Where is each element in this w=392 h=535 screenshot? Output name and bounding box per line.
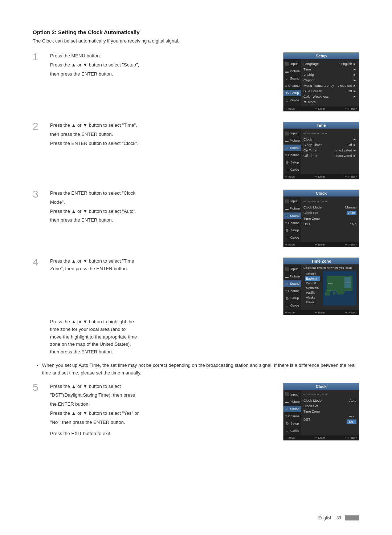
sound-icon: ♪ — [285, 76, 289, 81]
step-1-number: 1 — [33, 52, 43, 63]
menu-clockmode: Clock Mode Manual — [303, 204, 356, 210]
sidebar-channel-3: ≡ Channel — [283, 220, 301, 226]
dst-options: Yes No — [347, 415, 356, 424]
tv-screen-4: Time Zone ⬛ Input ▬ Picture — [283, 258, 359, 315]
tv-screen-5: Clock ⬛ Input ▬ Picture ♪ Sound — [283, 383, 359, 441]
tv-sidebar-4: ⬛ Input ▬ Picture ♪ Sound — [283, 264, 301, 310]
tv-header-2: Time — [283, 122, 359, 129]
step-5-number: 5 — [33, 382, 43, 393]
tv-main-2: --/ --/ ---- -- : -- -- Clock ► Sleep Ti… — [301, 129, 359, 174]
tv-main-4: Select the time zone where you locate. A… — [301, 264, 359, 310]
step-3-screen: Clock ⬛ Input ▬ Picture ♪ Sound — [283, 190, 359, 247]
step-2-screen: Time ⬛ Input ▬ Picture ♪ Sound — [283, 122, 359, 179]
tz-eastern: Eastern — [305, 276, 320, 281]
step-3-row: 3 Press the ENTER button to select "Cloc… — [33, 190, 359, 247]
sidebar-channel-4: ≡ Channel — [283, 288, 301, 294]
page-footer: English - 39 — [318, 515, 359, 520]
tv-screen-1: Setup ⬛ Input ▬ Picture ♪ Sound — [283, 52, 359, 112]
tz-zones-list: Atlantic Eastern Central Mountain Pacifi… — [303, 271, 321, 305]
svg-point-3 — [333, 292, 335, 295]
step-1-text: Press the MENU button. Press the ▲ or ▼ … — [50, 52, 276, 79]
tv-screen-2: Time ⬛ Input ▬ Picture ♪ Sound — [283, 122, 359, 179]
tv-footer-3: ♦ Move ↵ Enter ↩ Return — [283, 242, 359, 247]
menu-timezone-5: Time Zone — [303, 409, 356, 414]
sidebar-sound-5: ♪ Sound — [283, 406, 301, 412]
step-4-top: 4 Press the ▲ or ▼ button to select "Tim… — [33, 258, 359, 315]
menu-dst-5: DST Yes No — [303, 414, 356, 425]
tv-main-5: --/ --/ ---- -- : -- -- Clock Mode : Aut… — [301, 390, 359, 435]
sidebar-sound-1: ♪ Sound — [283, 75, 301, 82]
picture-icon: ▬ — [285, 69, 289, 73]
input-icon-2: ⬛ — [285, 131, 289, 135]
menu-clockset: Clock Set Auto — [303, 210, 356, 216]
tz-instruction: Select the time zone where you locate. — [303, 266, 356, 269]
sidebar-input-2: ⬛ Input — [283, 130, 301, 137]
dst-no: No — [347, 420, 356, 424]
tv-sidebar-1: ⬛ Input ▬ Picture ♪ Sound ≡ — [283, 59, 301, 106]
sidebar-sound-4: ♪ Sound — [283, 280, 301, 287]
tv-sidebar-5: ⬛ Input ▬ Picture ♪ Sound ≡ — [283, 390, 301, 435]
tz-mountain: Mountain — [305, 286, 320, 290]
tv-screen-3: Clock ⬛ Input ▬ Picture ♪ Sound — [283, 190, 359, 247]
menu-row-colorweakness: Color Weakness ► — [303, 94, 356, 99]
tz-central: Central — [305, 281, 320, 285]
sidebar-channel-2: ≡ Channel — [283, 152, 301, 158]
step-4-screen: Time Zone ⬛ Input ▬ Picture — [283, 258, 359, 315]
step-3-number: 3 — [33, 189, 43, 200]
sidebar-setup-1: ⚙ Setup — [283, 90, 301, 96]
input-icon: ⬛ — [285, 62, 289, 66]
menu-clockset-5: Clock Set — [303, 403, 356, 409]
tv-header-4: Time Zone — [283, 258, 359, 264]
menu-row-transparency: Menu Transparency : Medium ► — [303, 83, 356, 88]
tv-footer-2: ♦ Move ↵ Enter ↩ Return — [283, 174, 359, 179]
step-2-text: Press the ▲ or ▼ button to select "Time"… — [50, 122, 276, 149]
tv-body-1: ⬛ Input ▬ Picture ♪ Sound ≡ — [283, 59, 359, 106]
channel-icon-2: ≡ — [285, 153, 287, 157]
section-title: Option 2: Setting the Clock Automaticall… — [33, 29, 359, 35]
sidebar-guide-2: □ Guide — [283, 166, 301, 173]
menu-clockmode-5: Clock Mode : Auto — [303, 398, 356, 403]
menu-offtimer: Off Timer : Inactivated ► — [303, 153, 356, 158]
time-display-5: --/ --/ ---- -- : -- -- — [303, 392, 356, 398]
step-4-text-bottom: Press the ▲ or ▼ button to highlight the… — [50, 318, 359, 356]
step-2-number: 2 — [33, 121, 43, 132]
sidebar-picture-5: ▬ Picture — [283, 398, 301, 405]
sidebar-setup-2: ⚙ Setup — [283, 159, 301, 166]
sidebar-setup-4: ⚙ Setup — [283, 295, 301, 301]
step-4-number: 4 — [33, 257, 43, 268]
guide-icon: □ — [285, 98, 289, 102]
page-content: Option 2: Setting the Clock Automaticall… — [0, 0, 392, 480]
time-display-2: --/ --/ ---- -- : -- -- — [303, 130, 356, 137]
step-2-row: 2 Press the ▲ or ▼ button to select "Tim… — [33, 122, 359, 179]
sidebar-input-4: ⬛ Input — [283, 266, 301, 272]
sidebar-guide-3: □ Guide — [283, 234, 301, 241]
tv-sidebar-3: ⬛ Input ▬ Picture ♪ Sound ≡ — [283, 196, 301, 242]
sidebar-picture-2: ▬ Picture — [283, 137, 301, 144]
sidebar-guide-5: □ Guide — [283, 427, 301, 434]
menu-row-vchip: V-Chip ► — [303, 72, 356, 77]
sidebar-input-1: ⬛ Input — [283, 61, 301, 67]
tv-main-3: --/ --/ ---- -- : -- -- Clock Mode Manua… — [301, 196, 359, 242]
menu-row-language: Language : English ► — [303, 61, 356, 66]
tv-footer-1: ♦ Move ↵ Enter ↩ Return — [283, 106, 359, 111]
tv-footer-4: ♦ Move ↵ Enter ↩ Return — [283, 310, 359, 315]
sidebar-picture-4: ▬ Picture — [283, 273, 301, 280]
sidebar-input-5: ⬛ Input — [283, 391, 301, 398]
sidebar-sound-3: ♪ Sound — [283, 212, 301, 219]
sidebar-picture-3: ▬ Picture — [283, 205, 301, 212]
sidebar-picture-1: ▬ Picture — [283, 68, 301, 74]
picture-icon-2: ▬ — [285, 138, 289, 143]
tz-atlantic: Atlantic — [305, 272, 320, 276]
menu-row-more: ▼ More — [303, 99, 356, 105]
tz-alaska: Alaska — [305, 295, 320, 300]
step-4-container: 4 Press the ▲ or ▼ button to select "Tim… — [33, 258, 359, 377]
tz-pacific: Pacific — [305, 291, 320, 295]
time-display-3: --/ --/ ---- -- : -- -- — [303, 198, 356, 204]
menu-timezone: Time Zone — [303, 216, 356, 221]
tz-layout: Atlantic Eastern Central Mountain Pacifi… — [303, 271, 356, 305]
sidebar-guide-4: □ Guide — [283, 302, 301, 309]
section-subtitle: The Clock can be set automatically if yo… — [33, 38, 359, 44]
tv-sidebar-2: ⬛ Input ▬ Picture ♪ Sound ≡ — [283, 129, 301, 174]
footer-bar — [345, 515, 359, 520]
dst-yes: Yes — [347, 415, 356, 419]
